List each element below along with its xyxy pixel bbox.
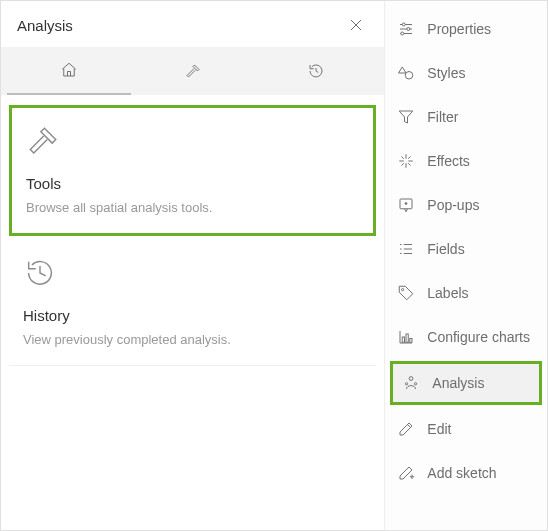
svg-point-27	[415, 383, 417, 385]
svg-rect-23	[406, 334, 408, 342]
tab-home[interactable]	[7, 47, 131, 95]
sketch-icon	[397, 464, 415, 482]
rail-label: Effects	[427, 153, 470, 169]
tools-card[interactable]: Tools Browse all spatial analysis tools.	[9, 105, 376, 236]
tag-icon	[397, 284, 415, 302]
svg-point-25	[409, 377, 413, 381]
rail-labels[interactable]: Labels	[385, 271, 547, 315]
rail-label: Styles	[427, 65, 465, 81]
home-icon	[60, 61, 78, 79]
svg-rect-22	[403, 337, 405, 342]
list-icon	[397, 240, 415, 258]
svg-marker-10	[400, 111, 414, 123]
rail-analysis-highlight: Analysis	[390, 361, 542, 405]
chart-icon	[397, 328, 415, 346]
tools-card-title: Tools	[26, 175, 359, 192]
rail-effects[interactable]: Effects	[385, 139, 547, 183]
close-button[interactable]	[344, 13, 368, 37]
svg-point-19	[402, 289, 404, 291]
history-card[interactable]: History View previously completed analys…	[9, 240, 376, 366]
history-card-desc: View previously completed analysis.	[23, 332, 362, 347]
rail-properties[interactable]: Properties	[385, 7, 547, 51]
rail-popups[interactable]: Pop-ups	[385, 183, 547, 227]
svg-point-5	[407, 28, 410, 31]
svg-point-7	[401, 32, 404, 35]
pencil-icon	[397, 420, 415, 438]
rail-label: Edit	[427, 421, 451, 437]
rail-label: Add sketch	[427, 465, 496, 481]
panel-header: Analysis	[1, 1, 384, 47]
rail-label: Fields	[427, 241, 464, 257]
history-icon	[23, 256, 362, 293]
rail-filter[interactable]: Filter	[385, 95, 547, 139]
history-card-title: History	[23, 307, 362, 324]
svg-rect-24	[410, 339, 412, 343]
rail-add-sketch[interactable]: Add sketch	[385, 451, 547, 495]
close-icon	[349, 18, 363, 32]
rail-label: Filter	[427, 109, 458, 125]
settings-rail: Properties Styles Filter Effects Pop-ups	[385, 1, 547, 530]
hammer-icon	[184, 62, 202, 80]
rail-analysis[interactable]: Analysis	[393, 364, 539, 402]
svg-point-26	[406, 383, 408, 385]
svg-point-12	[405, 203, 407, 205]
sparkle-icon	[397, 152, 415, 170]
svg-line-28	[408, 425, 411, 428]
tab-history[interactable]	[255, 47, 379, 95]
analysis-pane: Analysis	[0, 0, 548, 531]
shapes-icon	[397, 64, 415, 82]
panel-title: Analysis	[17, 17, 73, 34]
svg-point-9	[406, 72, 414, 80]
history-icon	[307, 62, 325, 80]
rail-label: Labels	[427, 285, 468, 301]
sliders-icon	[397, 20, 415, 38]
rail-label: Analysis	[432, 375, 484, 391]
funnel-icon	[397, 108, 415, 126]
hammer-icon	[26, 124, 359, 161]
rail-fields[interactable]: Fields	[385, 227, 547, 271]
rail-edit[interactable]: Edit	[385, 407, 547, 451]
analysis-icon	[402, 374, 420, 392]
tools-card-desc: Browse all spatial analysis tools.	[26, 200, 359, 215]
rail-label: Pop-ups	[427, 197, 479, 213]
rail-label: Properties	[427, 21, 491, 37]
svg-point-3	[403, 23, 406, 26]
rail-styles[interactable]: Styles	[385, 51, 547, 95]
home-cards: Tools Browse all spatial analysis tools.…	[1, 95, 384, 366]
popup-icon	[397, 196, 415, 214]
rail-configure-charts[interactable]: Configure charts	[385, 315, 547, 359]
svg-marker-8	[399, 67, 407, 73]
analysis-tab-bar	[1, 47, 384, 95]
tab-tools[interactable]	[131, 47, 255, 95]
rail-label: Configure charts	[427, 329, 530, 345]
analysis-panel: Analysis	[1, 1, 385, 530]
